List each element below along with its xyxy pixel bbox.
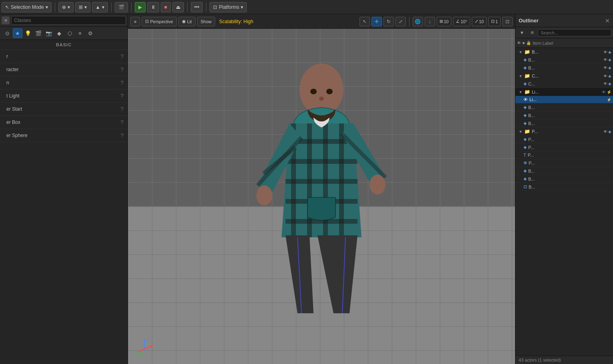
list-item-erstart-help[interactable]: ? [120,106,124,112]
custom-icon-btn[interactable]: ⚙ [86,28,95,38]
outliner-item-b5[interactable]: ◈ B... [515,119,613,127]
scale-tool-btn[interactable]: ⤢ [395,17,406,26]
outliner-item-p4[interactable]: ⊕ P... [515,159,613,167]
translate-tool-btn[interactable]: ✛ [371,17,382,26]
actor-count-label: 43 actors (1 selected) [519,358,561,362]
landscape-mode-btn[interactable]: ▲ ▾ [92,2,108,12]
volumes-icon-btn[interactable]: ⬡ [65,28,74,38]
lights-icon-btn[interactable]: 💡 [23,28,33,38]
list-item-n[interactable]: n ? [0,76,128,90]
pause-btn[interactable]: ⏸ [147,2,159,12]
dropdown-arrow-icon: ▾ [46,4,48,10]
item-b2-lock: ◈ [608,66,611,70]
list-item-r-help[interactable]: ? [120,53,124,60]
list-item-n-help[interactable]: ? [120,80,124,86]
outliner-item-b2[interactable]: ◈ B... 👁 ◈ [515,64,613,72]
folder-li-icon: 📁 [524,89,530,95]
rotate-snap-display[interactable]: ∠ 10° [453,17,470,26]
cinematic-icon-btn[interactable]: 🎬 [34,28,43,38]
platforms-btn[interactable]: ⊡ Platforms ▾ [210,2,247,12]
scale-snap-display[interactable]: ⤢ 10 [472,17,487,26]
folder-li-icons: 👁 ⚡ [602,90,611,94]
eject-btn[interactable]: ⏏ [172,2,184,12]
list-item-ersphere-help[interactable]: ? [120,132,124,139]
basic-icon-btn[interactable]: ★ [13,28,22,38]
list-item-racter[interactable]: racter ? [0,63,128,76]
outliner-list-mode-btn[interactable]: ≡ [527,28,537,38]
lit-label: Lit [187,19,192,24]
list-item-ersphere[interactable]: er Sphere ? [0,129,128,142]
list-item-r[interactable]: r ? [0,50,128,63]
lit-btn[interactable]: ◉ Lit [178,17,196,26]
viewport-menu-btn[interactable]: ≡ [130,17,140,26]
scalability-btn[interactable]: Scalability: High [217,18,256,25]
outliner-folder-c[interactable]: ▼ 📁 C... 👁 ◈ [515,72,613,80]
grid-icon: ⊞ [439,19,443,24]
outliner-item-b6[interactable]: ◈ B... [515,175,613,183]
more-options-btn[interactable]: ••• [191,2,203,12]
perspective-btn[interactable]: ⊡ Perspective [142,17,176,26]
outliner-close-btn[interactable]: ✕ [605,18,610,24]
rotate-tool-btn[interactable]: ↻ [383,17,394,26]
outliner-folder-li[interactable]: ▼ 📁 Li... 👁 ⚡ [515,88,613,96]
platforms-label: Platforms [219,4,239,10]
search-input[interactable] [11,16,126,25]
outliner-filter-btn[interactable]: ▾ [517,28,527,38]
outliner-item-c1[interactable]: ◈ C... 👁 ◈ [515,80,613,88]
list-item-tlight-help[interactable]: ? [120,93,124,99]
visual-icon-btn[interactable]: 📷 [44,28,54,38]
recent-icon-btn[interactable]: ⊙ [2,28,12,38]
outliner-item-b7[interactable]: ⊡ B... [515,183,613,191]
scale-snap-value: 10 [479,19,484,24]
stop-icon: ■ [164,4,167,10]
brush-mode-btn[interactable]: ⊞ ▾ [75,2,90,12]
sep3 [131,2,132,12]
all-classes-icon-btn[interactable]: ≡ [75,28,85,38]
outliner-folder-p[interactable]: ▼ 📁 P... 👁 ◈ [515,127,613,135]
panel-close-btn[interactable]: ✕ [2,16,10,24]
brush-dropdown: ▾ [84,4,87,10]
list-item-erbox-label: er Box [6,119,20,125]
outliner-folder-b[interactable]: ▼ 📁 B... 👁 ◈ [515,48,613,56]
left-panel-header: ✕ [0,14,128,27]
stop-btn[interactable]: ■ [161,2,171,12]
outliner-item-li-selected[interactable]: 👁 Li... ⚡ [515,96,613,103]
outliner-title: Outliner [519,18,539,24]
geometry-icon-btn[interactable]: ◆ [54,28,64,38]
scale-snap-icon: ⤢ [475,19,478,24]
list-item-erstart[interactable]: er Start ? [0,103,128,116]
play-btn[interactable]: ▶ [135,2,146,12]
outliner-search-input[interactable] [538,29,611,36]
actor-b3-label: B... [528,105,535,110]
outliner-item-p5[interactable]: ◈ B... [515,167,613,175]
world-space-btn[interactable]: 🌐 [413,17,423,26]
svg-text:X: X [152,342,154,346]
select-tool-btn[interactable]: ↖ [359,17,370,26]
outliner-item-p2[interactable]: ◈ P... [515,143,613,151]
outliner-item-b4[interactable]: ◈ B... [515,111,613,119]
outliner-item-b1[interactable]: ◈ B... 👁 ◈ [515,56,613,64]
selection-mode-btn[interactable]: ↖ Selection Mode ▾ [2,2,52,12]
list-item-tlight[interactable]: t Light ? [0,90,128,103]
lit-icon: ◉ [182,19,186,24]
show-btn[interactable]: Show [197,17,216,26]
actor-p1-label: P... [528,137,534,142]
selection-mode-label: Selection Mode [11,4,44,10]
cinematics-btn[interactable]: 🎬 [115,2,128,12]
outliner-item-p1[interactable]: ◈ P... [515,135,613,143]
list-item-erbox[interactable]: er Box ? [0,116,128,129]
svg-point-15 [369,175,385,195]
screen-percent-display[interactable]: ⊡ 1 [488,17,501,26]
eject-icon: ⏏ [176,4,180,10]
surface-snap-btn[interactable]: ↓ [425,17,435,26]
viewport[interactable]: Z X Y ≡ ⊡ Perspective [128,14,515,364]
maximize-btn[interactable]: ⊡ [502,17,513,26]
list-item-erbox-help[interactable]: ? [120,119,124,125]
left-panel: ✕ ⊙ ★ 💡 🎬 📷 ◆ ⬡ ≡ ⚙ BASIC r ? racter ? [0,14,128,364]
outliner-item-b3[interactable]: ◈ B... [515,103,613,111]
outliner-item-p3[interactable]: T P... [515,151,613,159]
grid-snap-display[interactable]: ⊞ 10 [437,17,451,26]
outliner-tree[interactable]: ▼ 📁 B... 👁 ◈ ◈ B... 👁 ◈ ◈ B... [515,48,613,356]
transform-mode-btn[interactable]: ⊕ ▾ [58,2,74,12]
list-item-racter-help[interactable]: ? [120,66,124,73]
